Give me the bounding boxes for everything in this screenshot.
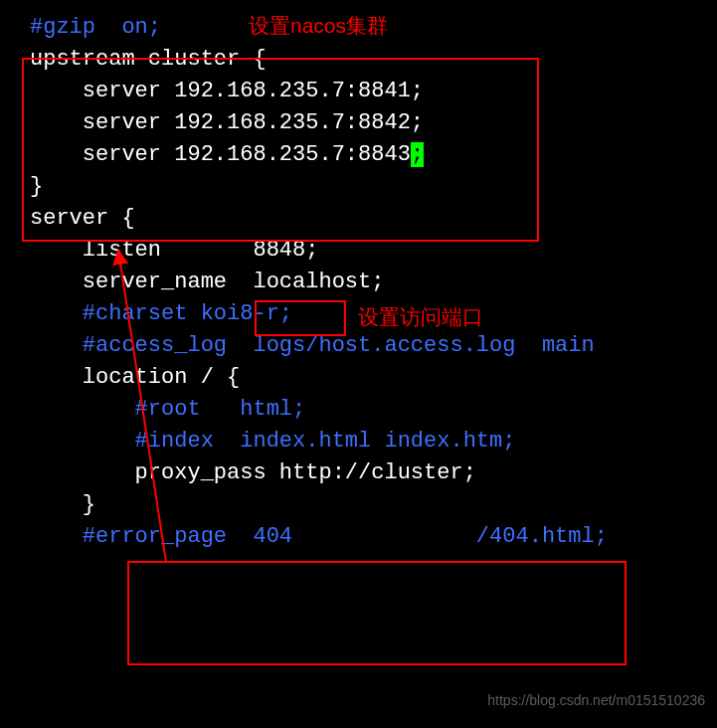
- cursor-highlight: ;: [411, 142, 424, 167]
- index-comment: #index index.html index.htm;: [30, 429, 515, 454]
- location-open: location / {: [30, 362, 717, 394]
- upstream-close: }: [30, 171, 717, 203]
- location-close: }: [30, 489, 717, 521]
- server-name-line: server_name localhost;: [30, 267, 717, 298]
- charset-comment: #charset koi8-r;: [30, 301, 292, 326]
- server-2: server 192.168.235.7:8842;: [30, 107, 717, 139]
- root-comment: #root html;: [30, 397, 305, 422]
- watermark-text: https://blog.csdn.net/m0151510236: [487, 692, 705, 708]
- server-1: server 192.168.235.7:8841;: [30, 76, 717, 107]
- server-open: server {: [30, 203, 717, 235]
- error-page-comment: #error_page 404 /404.html;: [30, 524, 608, 549]
- listen-line: listen 8848;: [30, 235, 717, 267]
- access-log-comment: #access_log logs/host.access.log main: [30, 333, 595, 358]
- server-3: server 192.168.235.7:8843;: [30, 139, 717, 171]
- gzip-comment: #gzip on;: [30, 15, 161, 40]
- highlight-box-location: [127, 561, 627, 665]
- annotation-access-port: 设置访问端口: [358, 303, 483, 331]
- annotation-nacos-cluster: 设置nacos集群: [249, 12, 388, 40]
- upstream-open: upstream cluster {: [30, 44, 717, 76]
- proxy-pass-line: proxy_pass http://cluster;: [30, 457, 717, 489]
